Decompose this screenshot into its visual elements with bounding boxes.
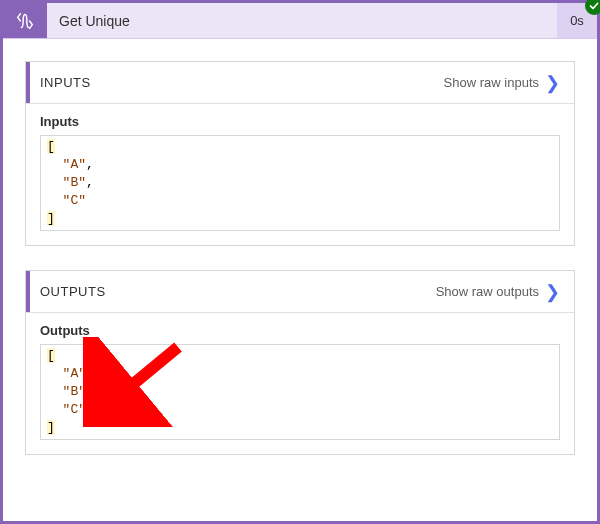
- outputs-codebox[interactable]: [ "A", "B", "C" ]: [40, 344, 560, 440]
- chevron-right-icon: ❯: [545, 74, 560, 92]
- compose-icon: [3, 3, 47, 38]
- action-title: Get Unique: [47, 3, 557, 38]
- inputs-heading: INPUTS: [26, 62, 91, 103]
- inputs-sublabel: Inputs: [40, 114, 560, 129]
- show-raw-inputs-link[interactable]: Show raw inputs ❯: [444, 74, 560, 92]
- success-check-icon: [585, 0, 600, 15]
- show-raw-outputs-link[interactable]: Show raw outputs ❯: [436, 283, 560, 301]
- outputs-card-header: OUTPUTS Show raw outputs ❯: [26, 271, 574, 313]
- action-header[interactable]: Get Unique 0s: [3, 3, 597, 39]
- outputs-card: OUTPUTS Show raw outputs ❯ Outputs [ "A"…: [25, 270, 575, 455]
- outputs-code: [ "A", "B", "C" ]: [47, 347, 553, 437]
- outputs-heading: OUTPUTS: [26, 271, 106, 312]
- inputs-code: [ "A", "B", "C" ]: [47, 138, 553, 228]
- action-run-details-panel: Get Unique 0s INPUTS Show raw inputs ❯ I…: [0, 0, 600, 524]
- outputs-sublabel: Outputs: [40, 323, 560, 338]
- inputs-card-header: INPUTS Show raw inputs ❯: [26, 62, 574, 104]
- inputs-card: INPUTS Show raw inputs ❯ Inputs [ "A", "…: [25, 61, 575, 246]
- chevron-right-icon: ❯: [545, 283, 560, 301]
- inputs-codebox[interactable]: [ "A", "B", "C" ]: [40, 135, 560, 231]
- action-body: INPUTS Show raw inputs ❯ Inputs [ "A", "…: [3, 39, 597, 501]
